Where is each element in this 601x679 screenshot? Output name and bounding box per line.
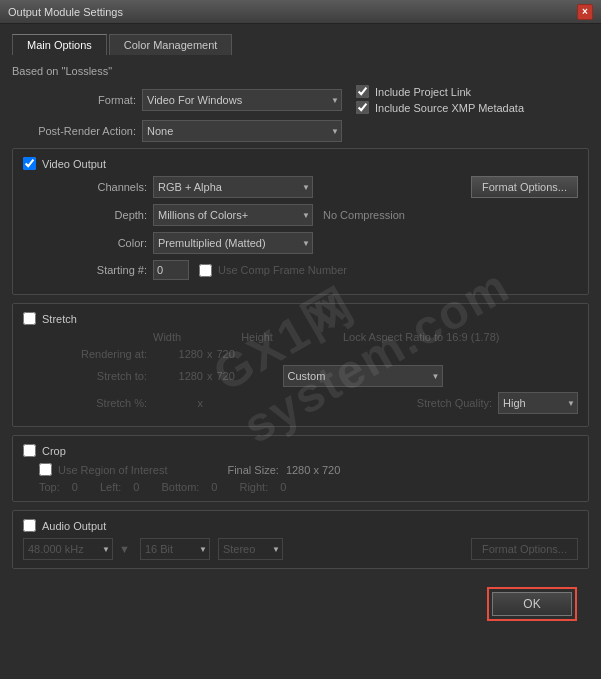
post-render-select-wrapper: None bbox=[142, 120, 342, 142]
stretch-title: Stretch bbox=[42, 313, 77, 325]
channels-label: Channels: bbox=[23, 181, 153, 193]
format-select[interactable]: Video For Windows bbox=[142, 89, 342, 111]
audio-format-options-button[interactable]: Format Options... bbox=[471, 538, 578, 560]
include-project-link-label: Include Project Link bbox=[375, 86, 471, 98]
audio-output-header: Audio Output bbox=[23, 519, 578, 532]
roi-row: Use Region of Interest Final Size: 1280 … bbox=[23, 463, 578, 476]
based-on-label: Based on "Lossless" bbox=[12, 65, 589, 77]
tab-color-management[interactable]: Color Management bbox=[109, 34, 233, 55]
audio-output-checkbox[interactable] bbox=[23, 519, 36, 532]
channels-row: Channels: RGB + Alpha Format Options... bbox=[23, 176, 578, 198]
ok-button[interactable]: OK bbox=[492, 592, 572, 616]
title-bar: Output Module Settings × bbox=[0, 0, 601, 24]
sample-rate-wrapper: 48.000 kHz bbox=[23, 538, 113, 560]
stretch-to-label: Stretch to: bbox=[23, 370, 153, 382]
stretch-quality-select[interactable]: High bbox=[498, 392, 578, 414]
depth-label: Depth: bbox=[23, 209, 153, 221]
bottom-label: Bottom: bbox=[161, 481, 199, 493]
color-select-wrapper: Premultiplied (Matted) bbox=[153, 232, 313, 254]
use-comp-frame-label: Use Comp Frame Number bbox=[218, 264, 347, 276]
depth-row: Depth: Millions of Colors+ No Compressio… bbox=[23, 204, 578, 226]
stretch-quality-group: Stretch Quality: High bbox=[417, 392, 578, 414]
format-options-button[interactable]: Format Options... bbox=[471, 176, 578, 198]
stretch-width: 1280 bbox=[153, 370, 203, 382]
right-value: 0 bbox=[280, 481, 286, 493]
video-output-title: Video Output bbox=[42, 158, 106, 170]
stretch-checkbox[interactable] bbox=[23, 312, 36, 325]
rendering-width: 1280 bbox=[153, 348, 203, 360]
stretch-quality-wrapper: High bbox=[498, 392, 578, 414]
stretch-pct-row: Stretch %: x Stretch Quality: High bbox=[23, 392, 578, 414]
video-output-checkbox[interactable] bbox=[23, 157, 36, 170]
use-comp-frame-checkbox[interactable] bbox=[199, 264, 212, 277]
rendering-at-label: Rendering at: bbox=[23, 348, 153, 360]
lock-aspect-label: Lock Aspect Ratio to 16:9 (1.78) bbox=[343, 331, 500, 343]
dialog-title: Output Module Settings bbox=[8, 6, 123, 18]
tabs-bar: Main Options Color Management bbox=[12, 34, 589, 55]
video-output-header: Video Output bbox=[23, 157, 578, 170]
bit-depth-wrapper: 16 Bit bbox=[140, 538, 210, 560]
starting-hash-label: Starting #: bbox=[23, 264, 153, 276]
stretch-height: 720 bbox=[217, 370, 267, 382]
no-compression-label: No Compression bbox=[323, 209, 405, 221]
audio-output-section: Audio Output 48.000 kHz ▼ 16 Bit Stereo bbox=[12, 510, 589, 569]
crop-title: Crop bbox=[42, 445, 66, 457]
crop-header: Crop bbox=[23, 444, 578, 457]
stretch-headers-row: Width Height Lock Aspect Ratio to 16:9 (… bbox=[23, 331, 578, 343]
color-label: Color: bbox=[23, 237, 153, 249]
top-label: Top: bbox=[39, 481, 60, 493]
final-size-label: Final Size: 1280 x 720 bbox=[227, 464, 340, 476]
left-value: 0 bbox=[133, 481, 139, 493]
format-select-wrapper: Video For Windows bbox=[142, 89, 342, 111]
include-xmp-checkbox[interactable] bbox=[356, 101, 369, 114]
sample-rate-select[interactable]: 48.000 kHz bbox=[23, 538, 113, 560]
height-header: Height bbox=[241, 331, 273, 343]
rendering-x1: x bbox=[207, 348, 213, 360]
use-comp-frame-row: Use Comp Frame Number bbox=[199, 264, 347, 277]
post-render-row: Post-Render Action: None bbox=[12, 120, 589, 142]
left-label: Left: bbox=[100, 481, 121, 493]
post-render-label: Post-Render Action: bbox=[12, 125, 142, 137]
ok-button-highlight: OK bbox=[487, 587, 577, 621]
include-xmp-row: Include Source XMP Metadata bbox=[356, 101, 524, 114]
include-project-link-row: Include Project Link bbox=[356, 85, 524, 98]
dialog-body: GX1网system.com Main Options Color Manage… bbox=[0, 24, 601, 679]
depth-select-wrapper: Millions of Colors+ bbox=[153, 204, 313, 226]
format-label: Format: bbox=[12, 94, 142, 106]
rendering-at-row: Rendering at: 1280 x 720 bbox=[23, 348, 578, 360]
starting-hash-input[interactable] bbox=[153, 260, 189, 280]
stretch-header: Stretch bbox=[23, 312, 578, 325]
bottom-bar: OK bbox=[12, 577, 589, 629]
channels-select[interactable]: RGB + Alpha bbox=[153, 176, 313, 198]
bottom-value: 0 bbox=[211, 481, 217, 493]
close-button[interactable]: × bbox=[577, 4, 593, 20]
crop-values-row: Top: 0 Left: 0 Bottom: 0 Right: 0 bbox=[23, 481, 578, 493]
bit-depth-select[interactable]: 16 Bit bbox=[140, 538, 210, 560]
format-row: Format: Video For Windows Include Projec… bbox=[12, 85, 589, 114]
color-select[interactable]: Premultiplied (Matted) bbox=[153, 232, 313, 254]
audio-controls-row: 48.000 kHz ▼ 16 Bit Stereo Format Option… bbox=[23, 538, 578, 560]
include-project-link-checkbox[interactable] bbox=[356, 85, 369, 98]
stretch-pct-x-label: x bbox=[153, 397, 203, 409]
use-roi-label: Use Region of Interest bbox=[58, 464, 167, 476]
crop-checkbox[interactable] bbox=[23, 444, 36, 457]
post-render-select[interactable]: None bbox=[142, 120, 342, 142]
depth-select[interactable]: Millions of Colors+ bbox=[153, 204, 313, 226]
audio-channels-select[interactable]: Stereo bbox=[218, 538, 283, 560]
channels-select-wrapper: RGB + Alpha bbox=[153, 176, 313, 198]
right-label: Right: bbox=[239, 481, 268, 493]
stretch-section: Stretch Width Height Lock Aspect Ratio t… bbox=[12, 303, 589, 427]
stretch-quality-label: Stretch Quality: bbox=[417, 397, 492, 409]
stretch-custom-wrapper: Custom bbox=[283, 365, 443, 387]
stretch-pct-label: Stretch %: bbox=[23, 397, 153, 409]
stretch-to-row: Stretch to: 1280 x 720 Custom bbox=[23, 365, 578, 387]
color-row: Color: Premultiplied (Matted) bbox=[23, 232, 578, 254]
use-roi-row: Use Region of Interest bbox=[39, 463, 167, 476]
use-roi-checkbox[interactable] bbox=[39, 463, 52, 476]
audio-output-title: Audio Output bbox=[42, 520, 106, 532]
tab-main-options[interactable]: Main Options bbox=[12, 34, 107, 55]
channels-audio-wrapper: Stereo bbox=[218, 538, 283, 560]
stretch-custom-select[interactable]: Custom bbox=[283, 365, 443, 387]
sample-rate-arrow: ▼ bbox=[119, 543, 130, 555]
include-xmp-label: Include Source XMP Metadata bbox=[375, 102, 524, 114]
